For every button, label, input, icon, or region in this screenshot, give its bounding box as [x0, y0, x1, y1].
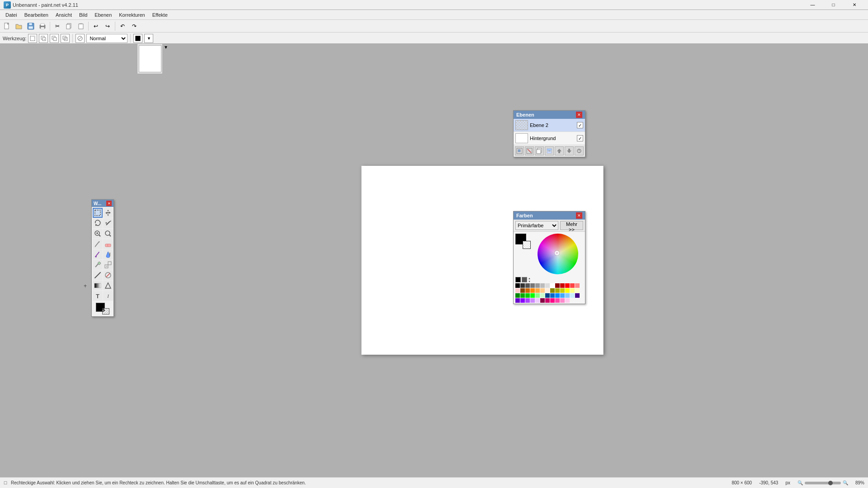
- color-swatch[interactable]: [540, 283, 545, 288]
- cut-button[interactable]: ✂: [52, 21, 63, 32]
- color-swatch[interactable]: [540, 293, 545, 298]
- toolbox-close-button[interactable]: ✕: [106, 201, 112, 206]
- tool-magic-wand[interactable]: ✦: [103, 218, 113, 228]
- tool-rectangle-select[interactable]: [93, 208, 103, 218]
- color-swatch[interactable]: [515, 283, 520, 288]
- zoom-in-icon[interactable]: 🔍: [843, 480, 848, 485]
- menu-ebenen[interactable]: Ebenen: [91, 11, 115, 19]
- layer-duplicate-button[interactable]: [535, 146, 544, 155]
- layer-visible-hintergrund[interactable]: ✓: [577, 135, 583, 141]
- color-swatch[interactable]: [540, 288, 545, 293]
- colors-more-button[interactable]: Mehr >>: [560, 221, 583, 230]
- color-wheel-wrapper[interactable]: [533, 234, 583, 274]
- color-swatch[interactable]: [570, 283, 575, 288]
- toolbox-color-swatches[interactable]: [96, 303, 109, 314]
- color-swatch[interactable]: [560, 293, 565, 298]
- close-button[interactable]: ✕: [844, 0, 864, 9]
- color-swatch-black[interactable]: [515, 277, 521, 282]
- layer-delete-button[interactable]: [525, 146, 534, 155]
- color-swatch[interactable]: [575, 293, 580, 298]
- tool-eyedropper[interactable]: [93, 260, 103, 270]
- menu-datei[interactable]: Datei: [2, 11, 21, 19]
- color-swatch[interactable]: [570, 293, 575, 298]
- color-swatch[interactable]: [520, 298, 525, 303]
- color-swatch[interactable]: [555, 298, 560, 303]
- layer-item-hintergrund[interactable]: Hintergrund ✓: [514, 132, 585, 145]
- zoom-slider-thumb[interactable]: [828, 481, 833, 485]
- color-swatch[interactable]: [565, 298, 570, 303]
- open-button[interactable]: [14, 21, 24, 32]
- tool-text[interactable]: T: [93, 291, 103, 301]
- color-swatch[interactable]: [545, 288, 550, 293]
- color-swatch[interactable]: [515, 288, 520, 293]
- color-swatch-grey[interactable]: [522, 277, 527, 282]
- color-swatch[interactable]: [535, 298, 540, 303]
- new-button[interactable]: [2, 21, 13, 32]
- color-swatch[interactable]: [515, 293, 520, 298]
- selection-intersect-btn[interactable]: [61, 34, 70, 43]
- color-swatch[interactable]: [530, 283, 535, 288]
- tool-zoom[interactable]: [93, 229, 103, 239]
- tool-paintbrush[interactable]: [93, 249, 103, 259]
- color-swatch[interactable]: [545, 283, 550, 288]
- layer-add-button[interactable]: [515, 146, 524, 155]
- color-primary-secondary-swatches[interactable]: [515, 234, 531, 249]
- color-swatch[interactable]: [545, 298, 550, 303]
- paste-button[interactable]: [75, 21, 86, 32]
- color-swatch[interactable]: [525, 298, 530, 303]
- menu-bearbeiten[interactable]: Bearbeiten: [21, 11, 52, 19]
- secondary-color-swatch[interactable]: [523, 241, 531, 249]
- toolbox-title-bar[interactable]: W... ✕: [92, 200, 113, 207]
- history-forward-button[interactable]: ↷: [129, 21, 140, 32]
- layers-panel-close-button[interactable]: ✕: [576, 112, 582, 118]
- color-swatch[interactable]: [575, 288, 580, 293]
- color-swatch[interactable]: [555, 288, 560, 293]
- layer-properties-button[interactable]: [575, 146, 584, 155]
- color-swatch[interactable]: [535, 283, 540, 288]
- maximize-button[interactable]: □: [823, 0, 844, 9]
- redo-button[interactable]: ↪: [102, 21, 113, 32]
- tool-clone-stamp[interactable]: +: [103, 260, 113, 270]
- color-swatch[interactable]: [520, 283, 525, 288]
- selection-add-btn[interactable]: +: [39, 34, 48, 43]
- colors-panel-close-button[interactable]: ✕: [576, 212, 582, 219]
- color-swatch[interactable]: [530, 293, 535, 298]
- blend-mode-select[interactable]: Normal Multiplizieren Überlagern: [86, 34, 127, 43]
- layer-up-button[interactable]: [555, 146, 564, 155]
- print-button[interactable]: [37, 21, 48, 32]
- color-swatch[interactable]: [550, 288, 555, 293]
- color-swatch[interactable]: [535, 293, 540, 298]
- tool-gradient[interactable]: [93, 281, 103, 291]
- tool-shapes[interactable]: [103, 281, 113, 291]
- color-swatch[interactable]: [530, 298, 535, 303]
- color-swatch[interactable]: [515, 298, 520, 303]
- menu-bild[interactable]: Bild: [75, 11, 91, 19]
- color-swatch[interactable]: [550, 298, 555, 303]
- color-swatch[interactable]: [550, 293, 555, 298]
- color-swatch[interactable]: [530, 288, 535, 293]
- color-type-select[interactable]: Primärfarbe Sekundärfarbe: [515, 221, 558, 230]
- tool-eraser[interactable]: [103, 239, 113, 249]
- color-swatch[interactable]: [525, 283, 530, 288]
- copy-button[interactable]: [64, 21, 75, 32]
- zoom-slider[interactable]: [805, 482, 841, 484]
- color-option-btn[interactable]: [133, 34, 142, 43]
- tool-bucket[interactable]: [103, 249, 113, 259]
- antialiasing-btn[interactable]: [75, 34, 85, 43]
- color-wheel[interactable]: [538, 234, 578, 274]
- color-swatch[interactable]: [555, 293, 560, 298]
- tool-text2[interactable]: I: [103, 291, 113, 301]
- color-swatch[interactable]: [565, 288, 570, 293]
- selection-subtract-btn[interactable]: -: [50, 34, 59, 43]
- color-swatch[interactable]: [555, 283, 560, 288]
- layer-visible-ebene2[interactable]: ✓: [577, 122, 583, 128]
- toolbox-secondary-swatch[interactable]: [102, 308, 109, 314]
- color-swatch[interactable]: [540, 298, 545, 303]
- color-swatch[interactable]: [560, 298, 565, 303]
- zoom-out-icon[interactable]: 🔍: [797, 480, 803, 485]
- color-swatch[interactable]: [565, 293, 570, 298]
- zoom-control[interactable]: 🔍 🔍: [797, 480, 848, 485]
- color-wheel-hue[interactable]: [538, 234, 578, 274]
- tool-move[interactable]: [103, 208, 113, 218]
- selection-mode-btn[interactable]: [28, 34, 37, 43]
